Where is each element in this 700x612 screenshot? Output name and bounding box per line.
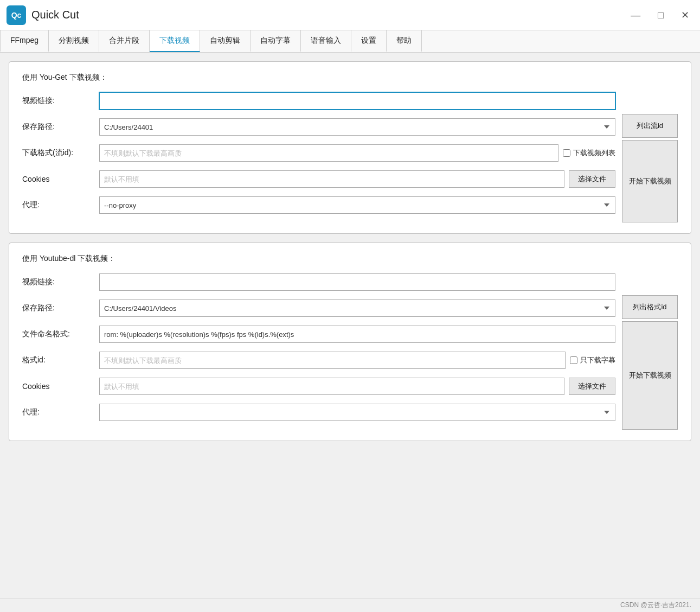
youget-url-input[interactable] [99, 92, 615, 110]
youtubedl-filename-control [99, 326, 615, 343]
youget-section: 使用 You-Get 下载视频： 视频链接: 保存路径: C:/Users/24… [9, 61, 691, 234]
youtubedl-side-buttons: 列出格式id 开始下载视频 [615, 295, 678, 430]
youtubedl-url-input[interactable] [99, 273, 615, 291]
youtubedl-savepath-row: 保存路径: C:/Users/24401/Videos [22, 299, 615, 317]
footer-text: CSDN @云哲·吉吉2021. [620, 601, 691, 609]
tab-help[interactable]: 帮助 [387, 30, 422, 52]
youtubedl-filename-label: 文件命名格式: [22, 329, 93, 339]
youget-panel-inner: 视频链接: 保存路径: C:/Users/24401 [22, 92, 678, 222]
youtubedl-formatid-control: 只下载字幕 [99, 352, 615, 369]
minimize-button[interactable]: — [626, 8, 645, 22]
youget-section-title: 使用 You-Get 下载视频： [22, 73, 678, 82]
tab-download[interactable]: 下载视频 [150, 30, 200, 52]
youtubedl-subtitle-only-label: 只下载字幕 [580, 355, 615, 365]
app-title: Quick Cut [31, 9, 626, 21]
youget-savepath-control: C:/Users/24401 [99, 118, 615, 136]
tab-auto-sub[interactable]: 自动字幕 [251, 30, 301, 52]
youget-url-row: 视频链接: [22, 92, 615, 110]
youtubedl-start-download-button[interactable]: 开始下载视频 [622, 321, 678, 430]
tab-merge[interactable]: 合并片段 [99, 30, 150, 52]
window-controls: — □ ✕ [626, 8, 693, 22]
youtubedl-formatid-row: 格式id: 只下载字幕 [22, 352, 615, 369]
tab-split[interactable]: 分割视频 [49, 30, 99, 52]
youtubedl-section: 使用 Youtube-dl 下载视频： 视频链接: 保存路径: C:/Users… [9, 243, 691, 441]
youget-proxy-row: 代理: --no-proxy [22, 196, 615, 214]
youtubedl-subtitle-only-wrap: 只下载字幕 [570, 355, 615, 365]
tab-voice-input[interactable]: 语音输入 [301, 30, 351, 52]
footer: CSDN @云哲·吉吉2021. [0, 598, 700, 612]
youtubedl-proxy-control [99, 404, 615, 421]
youget-cookies-input[interactable] [99, 170, 564, 188]
youtubedl-list-formats-button[interactable]: 列出格式id [622, 295, 678, 319]
menu-bar: FFmpeg 分割视频 合并片段 下载视频 自动剪辑 自动字幕 语音输入 设置 … [0, 30, 700, 53]
youget-savepath-label: 保存路径: [22, 122, 93, 132]
youtubedl-filename-row: 文件命名格式: [22, 326, 615, 343]
youget-format-input[interactable] [99, 144, 558, 162]
app-logo: Qc [7, 5, 26, 25]
youget-cookies-control: 选择文件 [99, 170, 615, 188]
youtubedl-savepath-control: C:/Users/24401/Videos [99, 299, 615, 317]
youget-proxy-label: 代理: [22, 200, 93, 210]
youget-format-row: 下载格式(流id): 下载视频列表 [22, 144, 615, 162]
youget-cookies-label: Cookies [22, 175, 93, 183]
close-button[interactable]: ✕ [677, 8, 693, 22]
youtubedl-subtitle-only-checkbox[interactable] [570, 356, 577, 364]
youget-download-list-checkbox[interactable] [563, 149, 570, 157]
title-bar: Qc Quick Cut — □ ✕ [0, 0, 700, 30]
youtubedl-form: 视频链接: 保存路径: C:/Users/24401/Videos [22, 273, 615, 430]
youget-format-label: 下载格式(流id): [22, 148, 93, 158]
youget-download-list-wrap: 下载视频列表 [563, 148, 615, 158]
youget-side-buttons: 列出流id 开始下载视频 [615, 114, 678, 222]
youget-form: 视频链接: 保存路径: C:/Users/24401 [22, 92, 615, 222]
youtubedl-filename-input[interactable] [99, 326, 615, 343]
youget-format-control: 下载视频列表 [99, 144, 615, 162]
youget-url-control [99, 92, 615, 110]
tab-auto-edit[interactable]: 自动剪辑 [200, 30, 251, 52]
youtubedl-cookies-label: Cookies [22, 382, 93, 391]
youtubedl-cookies-row: Cookies 选择文件 [22, 378, 615, 395]
youtubedl-formatid-label: 格式id: [22, 355, 93, 365]
youtubedl-proxy-row: 代理: [22, 404, 615, 421]
main-content: 使用 You-Get 下载视频： 视频链接: 保存路径: C:/Users/24… [0, 53, 700, 598]
youtubedl-choose-file-button[interactable]: 选择文件 [569, 378, 615, 395]
tab-ffmpeg[interactable]: FFmpeg [0, 30, 49, 52]
youget-download-list-label: 下载视频列表 [573, 148, 615, 158]
youget-proxy-control: --no-proxy [99, 196, 615, 214]
youtubedl-section-title: 使用 Youtube-dl 下载视频： [22, 254, 678, 264]
youtubedl-formatid-input[interactable] [99, 352, 566, 369]
maximize-button[interactable]: □ [653, 8, 668, 22]
youget-choose-file-button[interactable]: 选择文件 [569, 170, 615, 188]
youget-savepath-row: 保存路径: C:/Users/24401 [22, 118, 615, 136]
youtubedl-url-control [99, 273, 615, 291]
youtubedl-savepath-label: 保存路径: [22, 303, 93, 313]
youtubedl-cookies-input[interactable] [99, 378, 564, 395]
tab-settings[interactable]: 设置 [351, 30, 387, 52]
youtubedl-url-row: 视频链接: [22, 273, 615, 291]
youtubedl-cookies-control: 选择文件 [99, 378, 615, 395]
youtubedl-proxy-label: 代理: [22, 407, 93, 417]
youget-proxy-select[interactable]: --no-proxy [99, 196, 615, 214]
youget-cookies-row: Cookies 选择文件 [22, 170, 615, 188]
youget-list-streams-button[interactable]: 列出流id [622, 114, 678, 138]
youtubedl-url-label: 视频链接: [22, 277, 93, 287]
youget-savepath-select[interactable]: C:/Users/24401 [99, 118, 615, 136]
youtubedl-proxy-select[interactable] [99, 404, 615, 421]
youtubedl-savepath-select[interactable]: C:/Users/24401/Videos [99, 299, 615, 317]
youget-url-label: 视频链接: [22, 96, 93, 106]
youtubedl-panel-inner: 视频链接: 保存路径: C:/Users/24401/Videos [22, 273, 678, 430]
youget-start-download-button[interactable]: 开始下载视频 [622, 140, 678, 222]
